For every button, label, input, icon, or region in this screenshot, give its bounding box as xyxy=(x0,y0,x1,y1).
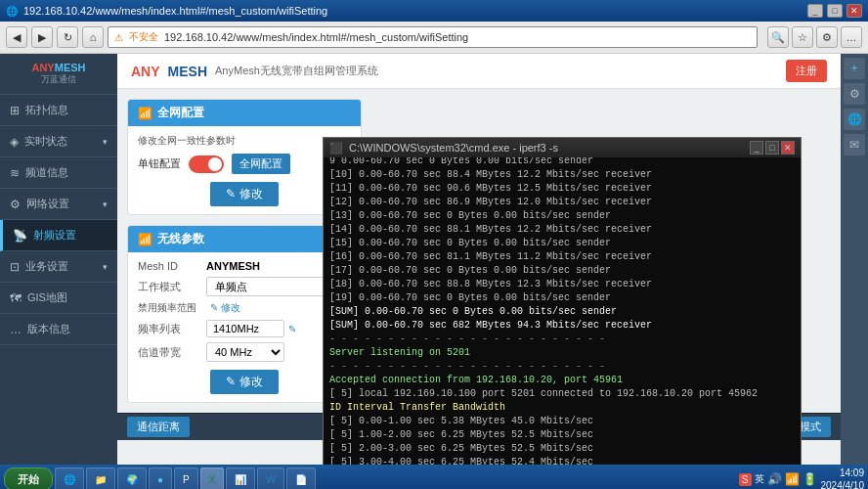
star-button[interactable]: ☆ xyxy=(792,26,813,48)
header-brand: ANYMESH AnyMesh无线宽带自组网管理系统 xyxy=(131,64,378,79)
network-icon: ⚙ xyxy=(10,198,21,211)
taskbar-item-blue[interactable]: ● xyxy=(149,467,172,489)
freq-list-row: 频率列表 ✎ xyxy=(138,320,351,337)
more-button[interactable]: … xyxy=(841,26,862,48)
sidebar-item-channel[interactable]: ≋ 频道信息 xyxy=(0,157,117,189)
browser-content: ANYMESH 万蓝通信 ⊞ 拓扑信息 ◈ 实时状态 ▾ ≋ 频道信息 ⚙ 网络… xyxy=(0,54,868,465)
titlebar-left: 🌐 192.168.10.42/www/mesh/index.html#/mes… xyxy=(6,5,327,17)
modify-button-1[interactable]: ✎ 修改 xyxy=(210,182,278,206)
toggle-switch[interactable] xyxy=(189,156,224,173)
full-config-button[interactable]: 全网配置 xyxy=(232,154,290,174)
sidebar-item-realtime[interactable]: ◈ 实时状态 ▾ xyxy=(0,126,117,157)
taskbar-item-word[interactable]: W xyxy=(257,467,283,489)
brand-any: ANY xyxy=(131,64,160,79)
maximize-button[interactable]: □ xyxy=(827,4,843,18)
sidebar-item-network[interactable]: ⚙ 网络设置 ▾ xyxy=(0,189,117,220)
back-button[interactable]: ◀ xyxy=(6,26,27,48)
register-button[interactable]: 注册 xyxy=(786,60,827,82)
taskbar-item-ie[interactable]: 🌐 xyxy=(55,467,84,489)
brand-mesh: MESH xyxy=(168,64,207,79)
titlebar-controls[interactable]: _ □ ✕ xyxy=(807,4,862,18)
sidebar-item-rf[interactable]: 📡 射频设置 xyxy=(0,220,117,251)
header-right: 注册 xyxy=(786,60,827,82)
minimize-button[interactable]: _ xyxy=(807,4,823,18)
start-button[interactable]: 开始 xyxy=(4,467,53,489)
realtime-label: 实时状态 xyxy=(24,134,67,149)
taskbar-item-folder[interactable]: 📁 xyxy=(86,467,115,489)
freq-edit-icon[interactable]: ✎ xyxy=(288,324,296,334)
search-button[interactable]: 🔍 xyxy=(767,26,789,48)
address-bar[interactable]: ⚠ 不安全 192.168.10.42/www/mesh/index.html#… xyxy=(108,26,758,48)
clock-time: 14:09 xyxy=(821,467,865,479)
service-icon: ⊡ xyxy=(10,260,20,274)
cmd-title: ⬛ C:\WINDOWS\system32\cmd.exe - iperf3 -… xyxy=(329,142,558,155)
rs-icon-4[interactable]: ✉ xyxy=(844,134,865,156)
right-sidebar: + ⚙ 🌐 ✉ xyxy=(841,54,868,465)
sidebar-item-service[interactable]: ⊡ 业务设置 ▾ xyxy=(0,251,117,283)
wireless-title: 无线参数 xyxy=(157,231,204,247)
gis-icon: 🗺 xyxy=(10,291,22,305)
browser-chrome: ◀ ▶ ↻ ⌂ ⚠ 不安全 192.168.10.42/www/mesh/ind… xyxy=(0,22,868,54)
cmd-maximize[interactable]: □ xyxy=(765,141,779,155)
distance-button[interactable]: 通信距离 xyxy=(127,417,190,437)
url-text[interactable]: 192.168.10.42/www/mesh/index.html#/mesh_… xyxy=(164,31,751,43)
sidebar-item-version[interactable]: … 版本信息 xyxy=(0,314,117,345)
tray-battery[interactable]: 🔋 xyxy=(803,472,817,486)
sidebar-item-topology[interactable]: ⊞ 拓扑信息 xyxy=(0,95,117,126)
clock-date: 2024/4/10 xyxy=(821,479,865,489)
mesh-id-label: Mesh ID xyxy=(138,260,206,272)
channel-bw-select[interactable]: 40 MHz xyxy=(206,342,284,362)
modify-button-2[interactable]: ✎ 修改 xyxy=(210,370,278,394)
freq-list-input[interactable] xyxy=(206,320,284,337)
cmd-titlebar: ⬛ C:\WINDOWS\system32\cmd.exe - iperf3 -… xyxy=(324,138,801,157)
taskbar-item-browser[interactable]: 🌍 xyxy=(117,467,147,489)
page-header: ANYMESH AnyMesh无线宽带自组网管理系统 注册 xyxy=(117,54,841,89)
tray-network[interactable]: 📶 xyxy=(785,472,800,486)
brand-name: ANYMESH xyxy=(6,62,111,73)
full-network-title: 全网配置 xyxy=(157,105,204,121)
chevron-down-icon: ▾ xyxy=(103,137,108,147)
clock-display: 14:09 2024/4/10 xyxy=(821,467,865,489)
channel-bw-row: 信道带宽 40 MHz xyxy=(138,342,351,362)
channel-bw-label: 信道带宽 xyxy=(138,345,206,360)
config-row-2: 单钮配置 全网配置 xyxy=(138,154,351,174)
cmd-close[interactable]: ✕ xyxy=(781,141,795,155)
wifi-icon-2: 📶 xyxy=(138,233,152,246)
sidebar-logo: ANYMESH 万蓝通信 xyxy=(0,54,117,95)
start-label: 开始 xyxy=(18,472,39,487)
window-icon: 🌐 xyxy=(6,6,18,17)
cmd-icon: ⬛ xyxy=(329,142,343,155)
close-button[interactable]: ✕ xyxy=(846,4,862,18)
window-title: 192.168.10.42/www/mesh/index.html#/mesh_… xyxy=(23,5,327,17)
taskbar: 开始 🌐 📁 🌍 ● P X 📊 W 📄 S 英 🔊 📶 🔋 14:09 202… xyxy=(0,465,868,489)
security-label: 不安全 xyxy=(129,30,158,44)
sidebar-item-gis[interactable]: 🗺 GIS地图 xyxy=(0,283,117,314)
taskbar-item-doc[interactable]: 📄 xyxy=(286,467,316,489)
sidebar: ANYMESH 万蓝通信 ⊞ 拓扑信息 ◈ 实时状态 ▾ ≋ 频道信息 ⚙ 网络… xyxy=(0,54,117,465)
channel-icon: ≋ xyxy=(10,166,20,180)
tray-volume[interactable]: 🔊 xyxy=(767,472,782,486)
config-row-1: 修改全网一致性参数时 xyxy=(138,134,351,148)
cmd-title-text: C:\WINDOWS\system32\cmd.exe - iperf3 -s xyxy=(349,142,558,154)
freq-range-row: 禁用频率范围 ✎ 修改 xyxy=(138,301,351,315)
tray-icon-s: S xyxy=(739,473,752,486)
cmd-minimize[interactable]: _ xyxy=(750,141,763,155)
freq-range-edit[interactable]: ✎ 修改 xyxy=(210,301,240,315)
rs-icon-1[interactable]: + xyxy=(844,58,865,79)
forward-button[interactable]: ▶ xyxy=(31,26,53,48)
home-button[interactable]: ⌂ xyxy=(82,26,104,48)
rs-icon-2[interactable]: ⚙ xyxy=(844,83,865,105)
taskbar-item-p[interactable]: P xyxy=(174,467,198,489)
tools-button[interactable]: ⚙ xyxy=(816,26,838,48)
browser-nav: ◀ ▶ ↻ ⌂ ⚠ 不安全 192.168.10.42/www/mesh/ind… xyxy=(0,22,868,53)
taskbar-left: 开始 🌐 📁 🌍 ● P X 📊 W 📄 xyxy=(4,467,316,489)
mesh-id-row: Mesh ID ANYMESH xyxy=(138,260,351,272)
rs-icon-3[interactable]: 🌐 xyxy=(844,109,865,130)
taskbar-item-excel[interactable]: X xyxy=(200,467,225,489)
refresh-button[interactable]: ↻ xyxy=(57,26,78,48)
topology-icon: ⊞ xyxy=(10,104,20,117)
cmd-controls[interactable]: _ □ ✕ xyxy=(750,141,795,155)
channel-label: 频道信息 xyxy=(25,165,68,180)
network-label: 网络设置 xyxy=(26,197,69,211)
taskbar-item-chart[interactable]: 📊 xyxy=(226,467,255,489)
